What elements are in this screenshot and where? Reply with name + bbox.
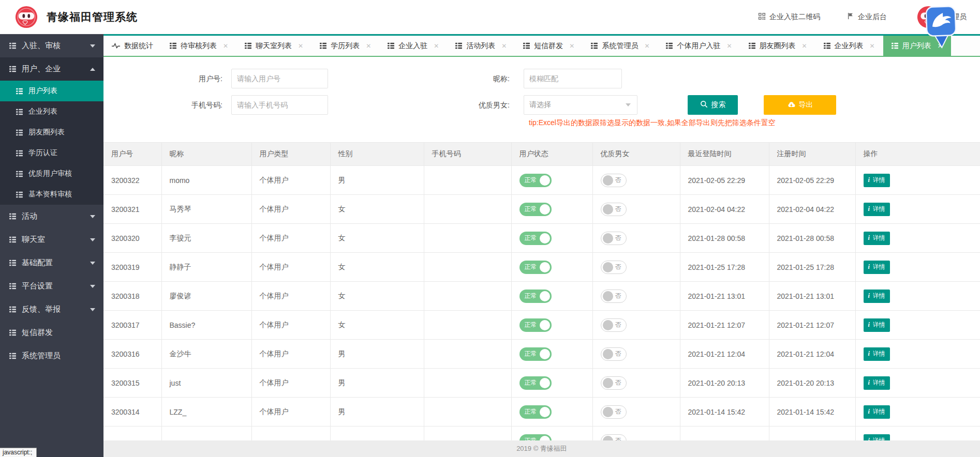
premium-toggle-off[interactable]: 否	[601, 290, 627, 303]
status-toggle-on[interactable]: 正常	[519, 347, 552, 361]
tab-10[interactable]: 企业列表✕	[815, 36, 883, 56]
sidebar-item-2[interactable]: 活动	[0, 205, 103, 228]
sidebar-subitem-3[interactable]: 学历认证	[0, 143, 103, 163]
detail-button[interactable]: i详情	[864, 174, 890, 187]
chevron-down-icon	[90, 262, 95, 265]
sidebar-item-6[interactable]: 反馈、举报	[0, 298, 103, 321]
detail-button[interactable]: i详情	[864, 376, 890, 390]
status-toggle-label: 正常	[525, 407, 537, 416]
sidebar-item-5[interactable]: 平台设置	[0, 275, 103, 298]
detail-button-label: 详情	[873, 349, 885, 358]
premium-toggle-label: 否	[615, 176, 621, 185]
sidebar-group-2: 活动	[0, 205, 103, 228]
search-button[interactable]: 搜索	[688, 95, 738, 115]
nickname-input[interactable]	[524, 69, 622, 88]
close-icon[interactable]: ✕	[644, 42, 649, 50]
status-toggle-on[interactable]: 正常	[519, 318, 552, 332]
sidebar-item-8[interactable]: 系统管理员	[0, 344, 103, 368]
detail-button[interactable]: i详情	[864, 290, 890, 303]
status-toggle-on[interactable]: 正常	[519, 405, 552, 419]
sidebar-subitem-0[interactable]: 用户列表	[0, 81, 103, 101]
user-no-label: 用户号:	[160, 69, 222, 88]
detail-button[interactable]: i详情	[864, 405, 890, 419]
toggle-knob	[540, 407, 550, 417]
status-toggle-label: 正常	[525, 263, 537, 271]
close-icon[interactable]: ✕	[726, 42, 732, 50]
premium-toggle-off[interactable]: 否	[601, 434, 627, 441]
status-toggle-on[interactable]: 正常	[519, 261, 552, 274]
close-icon[interactable]: ✕	[366, 42, 371, 50]
tab-0[interactable]: 数据统计	[103, 36, 161, 56]
sidebar-group-7: 短信群发	[0, 321, 103, 344]
sidebar-subitem-2[interactable]: 朋友圈列表	[0, 122, 103, 143]
detail-button[interactable]: i详情	[864, 261, 890, 274]
export-button-label: 导出	[799, 100, 813, 110]
premium-toggle-off[interactable]: 否	[601, 203, 627, 216]
premium-toggle-off[interactable]: 否	[601, 405, 627, 419]
tab-8[interactable]: 个体用户入驻✕	[658, 36, 740, 56]
phone-input[interactable]	[231, 95, 328, 115]
tab-3[interactable]: 学历列表✕	[311, 36, 379, 56]
sidebar-group-1: 用户、企业用户列表企业列表朋友圈列表学历认证优质用户审核基本资料审核	[0, 57, 103, 205]
status-toggle-on[interactable]: 正常	[519, 232, 552, 245]
info-icon: i	[868, 292, 870, 300]
premium-toggle-off[interactable]: 否	[601, 347, 627, 361]
premium-select[interactable]: 请选择	[524, 95, 637, 115]
status-toggle-on[interactable]: 正常	[519, 376, 552, 390]
close-icon[interactable]: ✕	[569, 42, 574, 50]
premium-toggle-off[interactable]: 否	[601, 232, 627, 245]
table-row: 3200315just个体用户男正常否2021-01-20 20:132021-…	[103, 369, 980, 398]
status-toggle-on[interactable]: 正常	[519, 174, 552, 187]
tab-1[interactable]: 待审核列表✕	[161, 36, 236, 56]
tab-5[interactable]: 活动列表✕	[447, 36, 515, 56]
close-icon[interactable]: ✕	[501, 42, 507, 50]
sidebar-item-4[interactable]: 基础配置	[0, 251, 103, 275]
info-icon: i	[868, 234, 870, 242]
premium-toggle-label: 否	[615, 436, 621, 440]
sidebar-subitem-5[interactable]: 基本资料审核	[0, 184, 103, 205]
tab-4[interactable]: 企业入驻✕	[379, 36, 447, 56]
close-icon[interactable]: ✕	[802, 42, 807, 50]
tab-9[interactable]: 朋友圈列表✕	[740, 36, 815, 56]
qr-code-link[interactable]: 企业入驻二维码	[758, 12, 820, 22]
premium-toggle-off[interactable]: 否	[601, 261, 627, 274]
sidebar-item-1[interactable]: 用户、企业	[0, 57, 103, 81]
close-icon[interactable]: ✕	[870, 42, 875, 50]
detail-button[interactable]: i详情	[864, 434, 890, 441]
sidebar-item-0[interactable]: 入驻、审核	[0, 34, 103, 57]
info-icon: i	[868, 379, 870, 387]
enterprise-backend-link[interactable]: 企业后台	[847, 12, 887, 22]
user-no-input[interactable]	[231, 69, 328, 88]
cell-premium: 否	[592, 195, 680, 224]
sidebar-item-3[interactable]: 聊天室	[0, 228, 103, 251]
premium-toggle-off[interactable]: 否	[601, 376, 627, 390]
premium-toggle-off[interactable]: 否	[601, 174, 627, 187]
sidebar-subitem-4[interactable]: 优质用户审核	[0, 163, 103, 184]
tab-6[interactable]: 短信群发✕	[515, 36, 583, 56]
cell-user-status: 正常	[511, 369, 592, 398]
close-icon[interactable]: ✕	[434, 42, 439, 50]
status-toggle-on[interactable]: 正常	[519, 290, 552, 303]
detail-button[interactable]: i详情	[864, 203, 890, 216]
cell-actions: i详情	[855, 426, 980, 441]
close-icon[interactable]: ✕	[298, 42, 303, 50]
cell-nickname: 廖俊谚	[161, 282, 251, 311]
table-row: 3200319静静子个体用户女正常否2021-01-25 17:282021-0…	[103, 253, 980, 282]
export-button[interactable]: 导出	[764, 95, 836, 115]
status-toggle-on[interactable]: 正常	[519, 434, 552, 441]
column-header-0: 用户号	[103, 143, 161, 166]
premium-toggle-off[interactable]: 否	[601, 318, 627, 332]
tab-7[interactable]: 系统管理员✕	[583, 36, 658, 56]
status-toggle-on[interactable]: 正常	[519, 203, 552, 216]
sidebar-item-label: 短信群发	[22, 328, 53, 338]
sidebar-item-7[interactable]: 短信群发	[0, 321, 103, 344]
sidebar-subitem-1[interactable]: 企业列表	[0, 101, 103, 122]
status-toggle-label: 正常	[525, 436, 537, 440]
detail-button[interactable]: i详情	[864, 347, 890, 361]
close-icon[interactable]: ✕	[223, 42, 228, 50]
floating-bird-icon[interactable]	[925, 5, 958, 50]
tab-2[interactable]: 聊天室列表✕	[236, 36, 311, 56]
table-body: 3200322momo个体用户男正常否2021-02-05 22:292021-…	[103, 166, 980, 441]
detail-button[interactable]: i详情	[864, 318, 890, 332]
detail-button[interactable]: i详情	[864, 232, 890, 245]
